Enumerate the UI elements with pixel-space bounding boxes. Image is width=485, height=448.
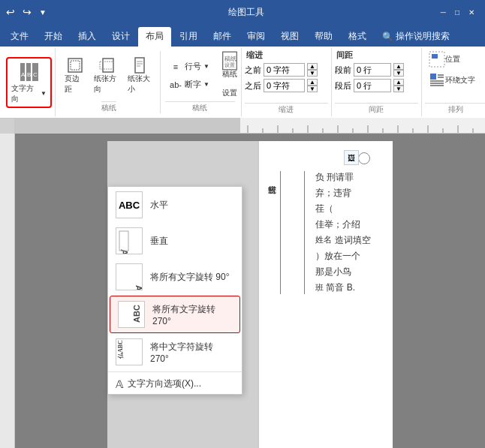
undo-icon[interactable]: ↩ [6,6,15,18]
page-right: 🖼 密封线 负 刑请罪 弃；违背 荏（ 佳举；介绍 姓名 造词填空 ） [258,141,393,448]
vertical-ruler [0,134,15,448]
doc-line-5: 姓名 造词填空 [315,234,385,247]
svg-rect-7 [71,61,80,70]
drawing-tools-label: 绘图工具 [228,7,264,17]
horizontal-label: 水平 [150,199,168,212]
doc-lines-container: 负 刑请罪 弃；违背 荏（ 佳举；介绍 姓名 造词填空 ）放在一个 那是小鸟 班… [315,171,385,294]
tab-file[interactable]: 文件 [3,27,36,47]
position-icon [429,51,445,68]
spacing-after-row: 段后 ▲ ▼ [335,79,404,92]
indent-before-label: 之前 [245,65,261,76]
spacing-before-up[interactable]: ▲ [393,63,404,70]
customize-icon[interactable]: ▼ [39,8,47,17]
svg-text:C: C [33,71,38,78]
svg-rect-27 [240,118,485,133]
svg-text:稿纸: 稿纸 [224,56,236,62]
position-button[interactable]: 位置 [426,50,485,69]
dropdown-item-rotate270cn[interactable]: 仏ABC 将中文字符旋转 270° [108,334,242,370]
text-direction-label: 文字方向 ▼ [11,83,47,104]
title-bar-title: 绘图工具 [57,6,436,19]
indent-before-input[interactable] [264,63,305,77]
tab-help[interactable]: 帮助 [307,27,340,47]
close-button[interactable]: ✕ [464,7,479,18]
indent-before-up[interactable]: ▲ [307,63,318,70]
restore-button[interactable]: □ [450,7,464,18]
spacing-after-down[interactable]: ▼ [393,86,404,92]
spacing-before-down[interactable]: ▼ [393,70,404,77]
svg-text:A: A [21,71,26,78]
ribbon-tabs: 文件 开始 插入 设计 布局 引用 邮件 审阅 视图 帮助 格式 🔍 操作说明搜… [0,24,485,47]
dropdown-item-rotate90[interactable]: ABC 将所有文字旋转 90° [108,259,242,295]
text-wrap-icon [429,72,445,89]
tab-mailings[interactable]: 邮件 [206,27,239,47]
line-numbers-button[interactable]: ≡ 行号 ▼ [165,59,213,75]
arrange-group-name: 排列 [425,103,485,115]
paper-size-icon [131,57,148,74]
indent-after-down[interactable]: ▼ [307,86,318,92]
handle-circle[interactable] [358,152,370,164]
dropdown-item-vertical[interactable]: ABC 垂直 [108,223,242,259]
indent-before-down[interactable]: ▼ [307,70,318,77]
rotate270-icon: ABC [118,301,145,328]
ribbon-group-spacing: 间距 段前 ▲ ▼ 段后 ▲ ▼ 间距 [332,48,422,116]
title-bar: ↩ ↪ ▼ 绘图工具 ─ □ ✕ [0,0,485,24]
text-direction-options[interactable]: 𝔸 文字方向选项(X)... [108,374,242,394]
dropdown-item-rotate270[interactable]: ABC 将所有文字旋转 270° [110,296,240,333]
dropdown-item-horizontal[interactable]: ABC 水平 [108,187,242,223]
rotate270-label: 将所有文字旋转 270° [152,303,232,326]
ruler-corner [0,119,15,134]
dropdown-arrow-icon: ▼ [41,90,47,97]
svg-rect-10 [135,58,144,73]
text-direction-button[interactable]: A B C 文字方向 ▼ [6,57,52,108]
spacing-after-up[interactable]: ▲ [393,79,404,86]
tab-design[interactable]: 设计 [104,27,137,47]
image-icon[interactable]: 🖼 [344,150,359,165]
name-label: 姓名 [315,234,332,247]
tab-search[interactable]: 🔍 操作说明搜索 [375,27,457,47]
paper-orientation-button[interactable]: 纸张方向 [91,56,122,96]
text-dir-options-icon: 𝔸 [116,378,123,390]
text-direction-dropdown: ABC 水平 ABC 垂直 [107,186,242,395]
spacing-after-input[interactable] [354,79,391,92]
text-direction-icon: A B C [18,61,41,83]
paper-size-button[interactable]: 纸张大小 [125,56,156,96]
spacing-before-spinner[interactable]: ▲ ▼ [393,63,404,77]
dropdown-divider [108,371,242,372]
svg-text:设置: 设置 [224,62,235,68]
tab-review[interactable]: 审阅 [239,27,273,47]
svg-rect-26 [15,118,240,133]
tab-layout[interactable]: 布局 [138,27,171,47]
paper-setup-button[interactable]: 稿纸设置 稿纸设置 [216,51,243,100]
svg-text:ABC: ABC [132,305,141,323]
spacing-before-input[interactable] [354,63,391,77]
ribbon-group-page: 页边距 纸张方向 纸张大小 稿纸 [56,48,242,116]
tab-format[interactable]: 格式 [341,27,374,47]
tab-home[interactable]: 开始 [37,27,70,47]
margins-icon [67,57,83,74]
indent-after-up[interactable]: ▲ [307,79,318,86]
hyphenation-button[interactable]: ab- 断字 ▼ [165,77,213,93]
minimize-button[interactable]: ─ [436,7,450,18]
ribbon: A B C 文字方向 ▼ 页边距 [0,47,485,119]
spacing-after-spinner[interactable]: ▲ ▼ [393,79,404,92]
indent-before-spinner[interactable]: ▲ ▼ [307,63,318,77]
svg-rect-18 [432,54,438,59]
class-label: 班 [315,283,324,292]
line-numbers-arrow: ▼ [203,63,209,70]
line-numbers-icon: ≡ [169,60,182,74]
redo-icon[interactable]: ↪ [23,6,32,18]
margins-button[interactable]: 页边距 [62,56,89,96]
indent-after-input[interactable] [264,79,305,92]
spacing-after-label: 段后 [335,80,351,92]
spacing-label: 间距 [335,50,353,61]
tab-view[interactable]: 视图 [273,27,306,47]
doc-line-3: 荏（ [315,203,385,215]
page-top-handle: 🖼 [267,149,385,171]
tab-insert[interactable]: 插入 [71,27,104,47]
indent-after-spinner[interactable]: ▲ ▼ [307,79,318,92]
tab-references[interactable]: 引用 [172,27,205,47]
hyphenation-icon: ab- [169,78,182,92]
rotate270cn-label: 将中文字符旋转 270° [150,341,234,364]
rotate270cn-icon: 仏ABC [116,338,143,365]
text-wrap-button[interactable]: 环绕文字 [426,71,485,90]
